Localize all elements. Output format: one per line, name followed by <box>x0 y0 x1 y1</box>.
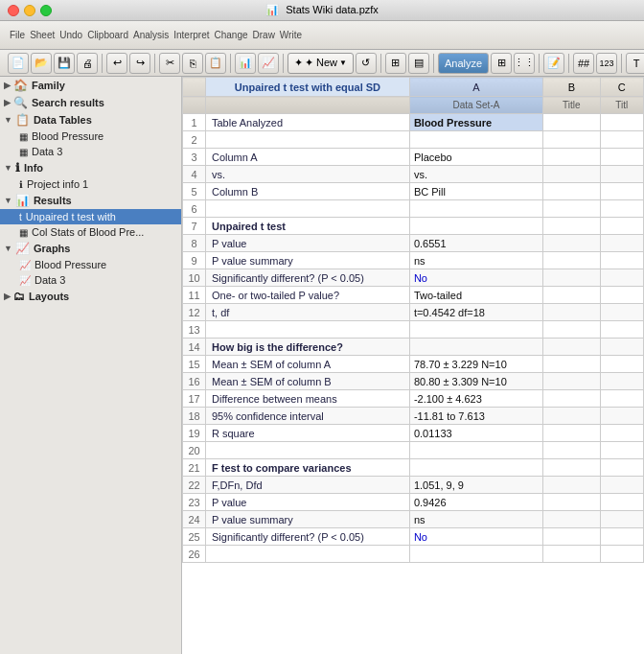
col-b-value <box>542 528 600 546</box>
copy-button[interactable]: ⎘ <box>182 53 203 74</box>
analyze-button[interactable]: Analyze <box>438 53 489 74</box>
123-button[interactable]: 123 <box>596 53 617 74</box>
sidebar-item-col-stats[interactable]: ▦ Col Stats of Blood Pre... <box>0 224 181 240</box>
row-number: 4 <box>183 166 206 183</box>
cut-button[interactable]: ✂ <box>159 53 180 74</box>
sidebar-header-results[interactable]: ▼ 📊 Results <box>0 192 181 209</box>
graph-button[interactable]: 📈 <box>258 53 279 74</box>
row-label: vs. <box>206 166 410 183</box>
sidebar-item-project-info[interactable]: ℹ Project info 1 <box>0 176 181 192</box>
maximize-button[interactable] <box>40 5 52 16</box>
row-label: Unpaired t test <box>206 218 410 235</box>
clipboard-menu[interactable]: Clipboard <box>85 30 130 40</box>
col-b-value <box>542 200 600 218</box>
row-number: 16 <box>183 373 206 390</box>
row-number: 25 <box>183 528 206 546</box>
result-icon: t <box>19 212 22 222</box>
toolbar: File Sheet Undo Clipboard Analysis Inter… <box>0 21 644 50</box>
open-button[interactable]: 📂 <box>31 53 52 74</box>
row-number: 24 <box>183 511 206 528</box>
results-table: Unpaired t test with equal SD A B C Data… <box>182 77 644 563</box>
sheet-view-button[interactable]: ⊞ <box>385 53 406 74</box>
sidebar-header-data-tables[interactable]: ▼ 📋 Data Tables <box>0 111 181 128</box>
spreadsheet[interactable]: Unpaired t test with equal SD A B C Data… <box>182 77 644 654</box>
paste-button[interactable]: 📋 <box>205 53 226 74</box>
table-row: 1895% confidence interval-11.81 to 7.613 <box>183 408 644 425</box>
undo-menu[interactable]: Undo <box>58 30 84 40</box>
sidebar-header-search[interactable]: ▶ 🔍 Search results <box>0 94 181 111</box>
file-menu[interactable]: File <box>8 30 27 40</box>
sidebar-item-blood-pressure[interactable]: ▦ Blood Pressure <box>0 128 181 144</box>
row-number: 8 <box>183 235 206 252</box>
col-b-value <box>542 408 600 425</box>
row-label: Difference between means <box>206 390 410 408</box>
column-header-row: Unpaired t test with equal SD A B C <box>183 78 644 97</box>
col-b-value <box>542 166 600 183</box>
graph-d3-label: Data 3 <box>34 274 65 286</box>
row-label: P value <box>206 235 410 252</box>
row-label: R square <box>206 425 410 442</box>
spreadsheet-icon: ▦ <box>19 131 28 142</box>
results-label: Results <box>34 195 72 206</box>
row-label: 95% confidence interval <box>206 408 410 425</box>
table-row: 13 <box>183 321 644 339</box>
result-header-cell: Unpaired t test with equal SD <box>206 78 410 97</box>
traffic-lights[interactable] <box>8 5 52 16</box>
draw-menu[interactable]: Draw <box>251 30 277 40</box>
refresh-button[interactable]: ↺ <box>356 53 377 74</box>
row-label: F test to compare variances <box>206 459 410 477</box>
col-a-value: t=0.4542 df=18 <box>409 304 542 321</box>
bp-label: Blood Pressure <box>32 130 104 142</box>
layouts-icon: 🗂 <box>13 290 25 303</box>
undo-button[interactable]: ↩ <box>106 53 127 74</box>
subheader-row: Data Set-A Title Titl <box>183 97 644 114</box>
interpret-menu[interactable]: Interpret <box>172 30 211 40</box>
info-circle-icon: ℹ <box>19 179 23 190</box>
col-a-value: No <box>409 269 542 287</box>
col-b-value <box>542 183 600 200</box>
col-b-subheader: Title <box>542 97 600 114</box>
row-number: 2 <box>183 131 206 149</box>
row-label: Significantly different? (P < 0.05) <box>206 269 410 287</box>
col-a-value <box>409 131 542 149</box>
interpret-icon-button[interactable]: 📝 <box>543 53 564 74</box>
sidebar-item-graph-bp[interactable]: 📈 Blood Pressure <box>0 257 181 272</box>
sidebar-item-unpaired[interactable]: t Unpaired t test with <box>0 209 181 224</box>
sidebar-item-graph-d3[interactable]: 📈 Data 3 <box>0 272 181 288</box>
close-button[interactable] <box>8 5 19 16</box>
row-number: 17 <box>183 390 206 408</box>
col-b-value <box>542 390 600 408</box>
col-c-value <box>600 269 643 287</box>
grid-button[interactable]: ⊞ <box>491 53 512 74</box>
row-number: 19 <box>183 425 206 442</box>
sidebar-header-layouts[interactable]: ▶ 🗂 Layouts <box>0 288 181 305</box>
arrow-icon: ▼ <box>4 244 12 253</box>
scatter-button[interactable]: ⋮⋮ <box>514 53 535 74</box>
text-button[interactable]: T <box>626 53 644 74</box>
save-button[interactable]: 💾 <box>54 53 75 74</box>
col-button[interactable]: ▤ <box>408 53 429 74</box>
change-menu[interactable]: Change <box>212 30 249 40</box>
sidebar-header-info[interactable]: ▼ ℹ Info <box>0 159 181 176</box>
table-row: 10Significantly different? (P < 0.05)No <box>183 269 644 287</box>
col-c-value <box>600 218 643 235</box>
sidebar-header-graphs[interactable]: ▼ 📈 Graphs <box>0 240 181 257</box>
analysis-menu[interactable]: Analysis <box>131 30 171 40</box>
sidebar-header-family[interactable]: ▶ 🏠 Family <box>0 77 181 94</box>
col-a-subheader: Data Set-A <box>409 97 542 114</box>
print-button[interactable]: 🖨 <box>77 53 98 74</box>
col-c-value <box>600 149 643 166</box>
new-doc-button[interactable]: 📄 <box>8 53 29 74</box>
sidebar-item-data3[interactable]: ▦ Data 3 <box>0 144 181 159</box>
col-b-value <box>542 304 600 321</box>
project-info-label: Project info 1 <box>27 178 88 190</box>
new-button[interactable]: ✦ ✦ New ▼ <box>288 53 354 74</box>
write-menu[interactable]: Write <box>278 30 304 40</box>
sheet-menu[interactable]: Sheet <box>28 30 57 40</box>
col-b-value <box>542 114 600 131</box>
stats-button[interactable]: 📊 <box>235 53 256 74</box>
redo-button[interactable]: ↪ <box>129 53 150 74</box>
label-subheader <box>206 97 410 114</box>
minimize-button[interactable] <box>24 5 35 16</box>
hash-button[interactable]: ## <box>573 53 594 74</box>
